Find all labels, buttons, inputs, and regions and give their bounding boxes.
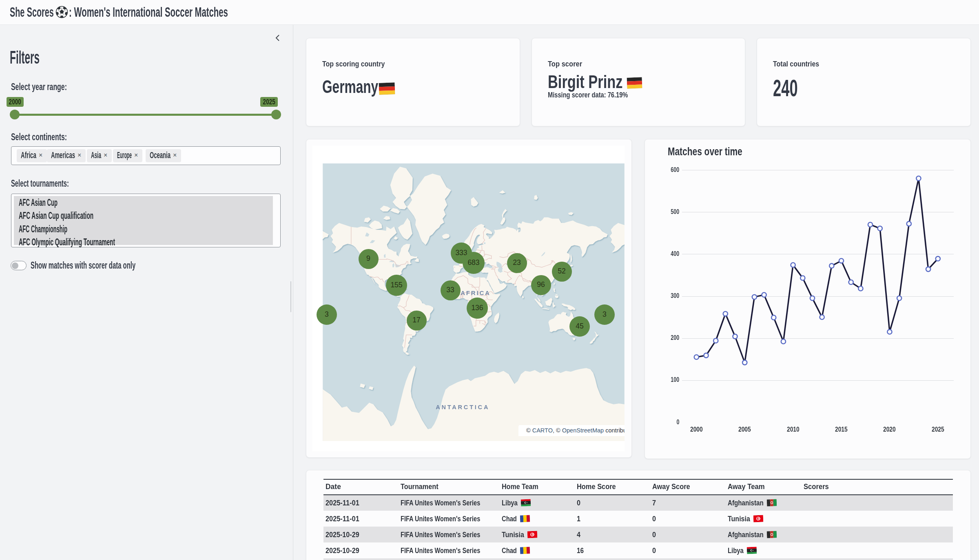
svg-text:AFRICA: AFRICA <box>461 289 490 296</box>
svg-text:ANTARCTICA: ANTARCTICA <box>436 404 490 410</box>
